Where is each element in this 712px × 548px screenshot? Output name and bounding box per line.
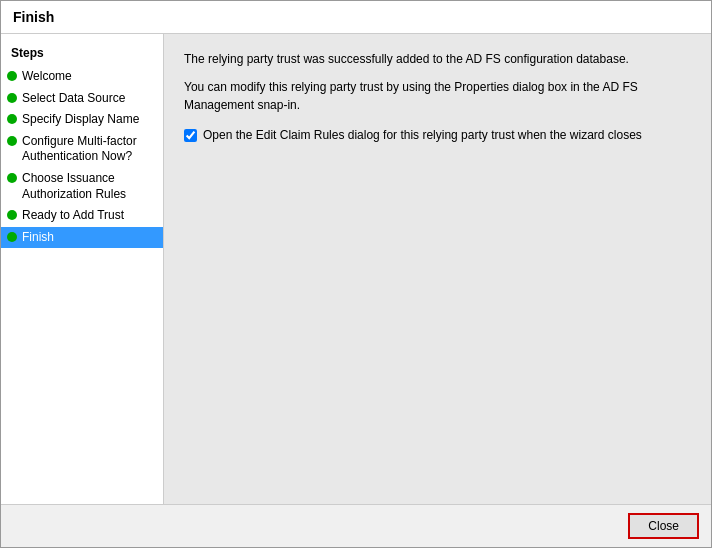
- steps-heading: Steps: [1, 42, 163, 66]
- step-specify-display-name: Specify Display Name: [1, 109, 163, 131]
- step-label-configure-multifactor: Configure Multi-factor Authentication No…: [22, 134, 155, 165]
- step-dot-welcome: [7, 71, 17, 81]
- step-dot-specify-display-name: [7, 114, 17, 124]
- step-select-data-source: Select Data Source: [1, 88, 163, 110]
- step-welcome: Welcome: [1, 66, 163, 88]
- title-text: Finish: [13, 9, 54, 25]
- step-label-select-data-source: Select Data Source: [22, 91, 125, 107]
- success-line1: The relying party trust was successfully…: [184, 50, 691, 68]
- dialog-title: Finish: [1, 1, 711, 34]
- step-dot-ready-to-add-trust: [7, 210, 17, 220]
- dialog-footer: Close: [1, 504, 711, 547]
- open-edit-claim-label: Open the Edit Claim Rules dialog for thi…: [203, 128, 642, 142]
- step-label-specify-display-name: Specify Display Name: [22, 112, 139, 128]
- step-label-finish: Finish: [22, 230, 54, 246]
- step-configure-multifactor: Configure Multi-factor Authentication No…: [1, 131, 163, 168]
- finish-dialog: Finish Steps Welcome Select Data Source …: [0, 0, 712, 548]
- step-label-choose-issuance: Choose Issuance Authorization Rules: [22, 171, 155, 202]
- step-dot-choose-issuance: [7, 173, 17, 183]
- success-line2: You can modify this relying party trust …: [184, 78, 691, 114]
- step-dot-select-data-source: [7, 93, 17, 103]
- main-panel: The relying party trust was successfully…: [164, 34, 711, 504]
- dialog-content: Steps Welcome Select Data Source Specify…: [1, 34, 711, 504]
- step-dot-configure-multifactor: [7, 136, 17, 146]
- step-ready-to-add-trust: Ready to Add Trust: [1, 205, 163, 227]
- open-edit-claim-checkbox[interactable]: [184, 129, 197, 142]
- main-content: The relying party trust was successfully…: [184, 50, 691, 488]
- step-finish: Finish: [1, 227, 163, 249]
- step-label-welcome: Welcome: [22, 69, 72, 85]
- step-label-ready-to-add-trust: Ready to Add Trust: [22, 208, 124, 224]
- step-choose-issuance: Choose Issuance Authorization Rules: [1, 168, 163, 205]
- open-edit-claim-checkbox-row[interactable]: Open the Edit Claim Rules dialog for thi…: [184, 128, 691, 142]
- close-button[interactable]: Close: [628, 513, 699, 539]
- step-dot-finish: [7, 232, 17, 242]
- steps-sidebar: Steps Welcome Select Data Source Specify…: [1, 34, 164, 504]
